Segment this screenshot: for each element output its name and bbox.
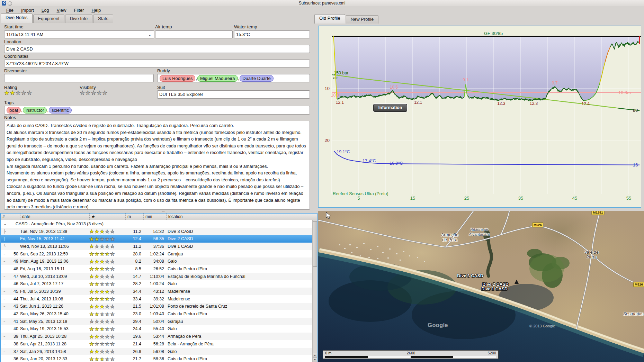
- tag-pill[interactable]: instructor: [23, 107, 47, 114]
- star-icon: ★: [100, 318, 105, 324]
- dive-row[interactable]: –46Sun, Jul 7, 2013 17:17★★★★★28.21:00:2…: [1, 280, 317, 288]
- dive-duration: 43:12: [143, 289, 166, 294]
- menu-filter[interactable]: Filter: [70, 7, 87, 14]
- menu-file[interactable]: File: [3, 7, 17, 14]
- tab-stats[interactable]: Stats: [93, 15, 113, 23]
- suit-field[interactable]: DUI TLS 350 Explorer: [157, 90, 310, 99]
- app-icon: [2, 1, 6, 6]
- star-icon: ★: [110, 311, 115, 317]
- dive-location: Madeirense: [166, 297, 317, 301]
- suit-label: Suit: [157, 85, 165, 90]
- star-icon: ★: [100, 281, 105, 287]
- tag-pill[interactable]: boat: [7, 107, 21, 114]
- star-icon: ★: [89, 259, 95, 264]
- column-header-★[interactable]: ★: [89, 214, 125, 220]
- tab-dive-info[interactable]: Dive Info: [65, 15, 92, 23]
- dive-row[interactable]: –48Fri, Aug 16, 2013 15:11★★★★★8.526:52C…: [1, 265, 317, 273]
- svg-text:17.4°C: 17.4°C: [363, 159, 376, 163]
- dive-location: Estação de Biologia Marinha do Funchal: [166, 274, 317, 279]
- water-temp-label: Water temp: [234, 24, 257, 29]
- dive-depth: 33.4: [125, 297, 143, 301]
- menu-log[interactable]: Log: [38, 7, 53, 14]
- star-icon: ★: [89, 243, 95, 249]
- rating-stars[interactable]: ★★★★★: [4, 90, 32, 96]
- window-menu-button[interactable]: [8, 1, 12, 6]
- title-bar[interactable]: Subsurface: paneves.xml: [0, 0, 644, 7]
- dive-row[interactable]: –45Fri, Jul 5, 2013 10:39★★★★★34.443:12M…: [1, 288, 317, 295]
- dive-row[interactable]: –44Thu, Jul 4, 2013 10:08★★★★★33.439:32M…: [1, 295, 317, 303]
- dive-site-map[interactable]: Armação de PêraRibeira de AlcantarilhaVa…: [318, 211, 644, 362]
- scrollbar-thumb[interactable]: [313, 221, 317, 267]
- star-icon: ★: [110, 236, 115, 242]
- dive-list-header[interactable]: #date★mminlocation: [1, 214, 317, 220]
- notes-field[interactable]: Aula do curso CASD. Transectos c/video e…: [4, 121, 310, 210]
- visibility-stars[interactable]: ★★★★★: [80, 90, 108, 96]
- dive-row[interactable]: –36Sun, Jan 20, 2013 12:33★★★★★21.758:36…: [1, 355, 317, 362]
- dive-row[interactable]: –43Sat, Jun 1, 2013 11:26★★★★★21.51:01:0…: [1, 303, 317, 310]
- column-header-date[interactable]: date: [20, 214, 89, 220]
- tags-field[interactable]: boat,instructor,scientific: [4, 106, 310, 115]
- tab-equipment[interactable]: Equipment: [33, 15, 64, 23]
- air-temp-field[interactable]: [155, 30, 233, 38]
- map-scale-bar: 0 m 2600 5200: [323, 350, 499, 359]
- tab-new-profile[interactable]: New Profile: [346, 15, 378, 24]
- road-badge: M526: [633, 282, 644, 287]
- tab-old-profile[interactable]: Old Profile: [314, 14, 345, 24]
- water-temp-field[interactable]: 15.3°C: [234, 30, 310, 38]
- information-button[interactable]: Information: [373, 104, 407, 112]
- divemaster-field[interactable]: [4, 74, 154, 82]
- star-icon: ★: [105, 318, 110, 324]
- dive-row[interactable]: ├Tue, Nov 19, 2013 11:39★★★★★11.251:32Di…: [1, 228, 317, 235]
- star-icon: ★: [95, 326, 100, 332]
- dive-row[interactable]: ├Fri, Nov 15, 2013 11:41★★★★★12.456:35Di…: [1, 235, 317, 243]
- dive-number: 37: [14, 349, 18, 354]
- vertical-splitter[interactable]: ⋯: [313, 100, 315, 104]
- star-icon: ★: [110, 289, 115, 295]
- buddy-pill[interactable]: Luís Rodrigues: [160, 75, 195, 82]
- dive-rating: ★★★★★: [89, 318, 125, 324]
- trip-row[interactable]: ⌄ – CASD - Armação de Pêra, Nov 2013 (3 …: [1, 220, 317, 228]
- dive-row[interactable]: –42Sun, May 26, 2013 15:40★★★★★23.01:03:…: [1, 310, 317, 318]
- dive-rating: ★★★★★: [89, 266, 125, 272]
- expander-icon[interactable]: ⌄: [3, 221, 7, 226]
- scroll-up-button[interactable]: ▲: [313, 353, 317, 358]
- dive-row[interactable]: –50Sun, Sep 22, 2013 12:59★★★★★28.01:02:…: [1, 250, 317, 258]
- dive-row[interactable]: –40Sun, May 19, 2013 15:53★★★★★24.455:40…: [1, 325, 317, 333]
- dive-row[interactable]: –47Wed, Jul 10, 2013 13:09★★★★★14.71:10:…: [1, 273, 317, 280]
- chevron-down-icon[interactable]: ⌄: [148, 31, 152, 38]
- buddy-pill[interactable]: Miguel Madureira: [197, 75, 238, 82]
- tag-pill[interactable]: scientific: [49, 107, 72, 114]
- column-header-location[interactable]: location: [166, 214, 317, 220]
- horizontal-splitter[interactable]: ⋯: [162, 209, 166, 213]
- star-icon: ★: [110, 304, 115, 309]
- dive-row[interactable]: –37Sat, Jan 26, 2013 14:58★★★★★26.956:08…: [1, 348, 317, 355]
- dive-list[interactable]: #date★mminlocation ⌄ – CASD - Armação de…: [0, 213, 317, 362]
- column-header-min[interactable]: min: [143, 214, 166, 220]
- column-header-num[interactable]: #: [1, 214, 20, 220]
- svg-text:80: 80: [633, 108, 638, 113]
- buddy-pill[interactable]: Duarte Duarte: [240, 75, 274, 82]
- dive-list-scrollbar[interactable]: ▲ ▼: [312, 220, 317, 362]
- menu-view[interactable]: View: [53, 7, 70, 14]
- dive-row[interactable]: –41Sat, May 25, 2013 12:19★★★★★29.450:04…: [1, 318, 317, 325]
- scroll-down-button[interactable]: ▼: [313, 358, 317, 362]
- menu-import[interactable]: Import: [18, 7, 37, 14]
- dive-row[interactable]: └Wed, Nov 13, 2013 11:06★★★★★11.237:36Di…: [1, 243, 317, 250]
- dive-row[interactable]: –39Thu, Apr 25, 2013 10:28★★★★★19.653:44…: [1, 333, 317, 340]
- dive-depth: 8.2: [125, 259, 143, 264]
- dive-location: Galo: [166, 326, 317, 331]
- dive-duration: 1:02:24: [143, 252, 166, 256]
- tab-dive-notes[interactable]: Dive Notes: [1, 13, 33, 23]
- coordinates-field[interactable]: 37°05'23.460"N 8°20'47.879"W: [4, 60, 310, 67]
- dive-number: 36: [14, 356, 18, 361]
- dive-rating: ★★★★★: [89, 349, 125, 354]
- dive-row[interactable]: –49Mon, Aug 19, 2013 12:06★★★★★8.234:08G…: [1, 257, 317, 265]
- dive-profile-panel[interactable]: GF 30/85150 barair102010.810.8m801612.11…: [318, 26, 641, 208]
- left-tab-bar: Dive NotesEquipmentDive InfoStats: [1, 14, 312, 23]
- location-field[interactable]: Dive 2 CASD: [4, 45, 310, 53]
- menu-help[interactable]: Help: [88, 7, 104, 14]
- dive-row[interactable]: –38Sun, Apr 21, 2013 11:28★★★★★21.456:28…: [1, 340, 317, 348]
- start-time-combo[interactable]: 11/15/13 11:41 AM ⌄: [4, 30, 154, 38]
- column-header-m[interactable]: m: [125, 214, 143, 220]
- buddy-field[interactable]: Luís Rodrigues,Miguel Madureira,Duarte D…: [157, 74, 310, 82]
